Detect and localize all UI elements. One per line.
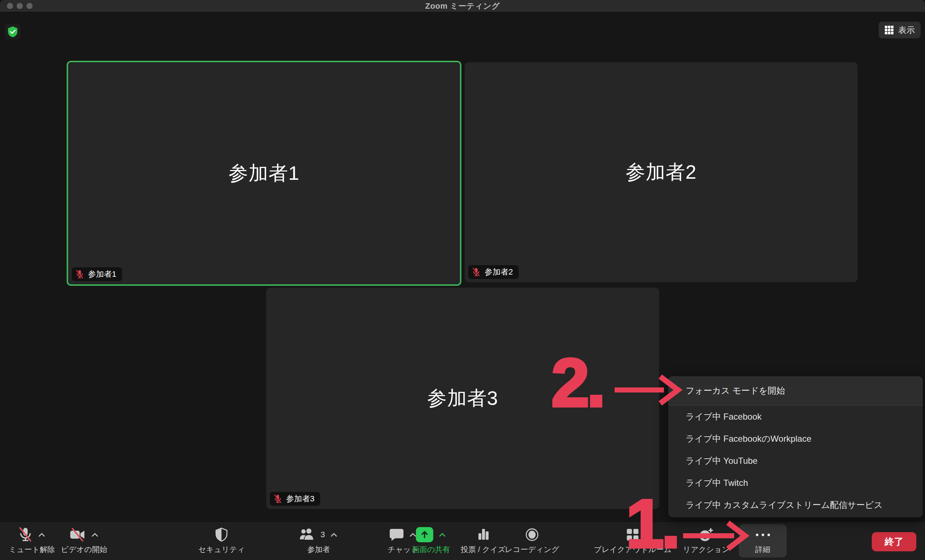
view-button[interactable]: 表示	[879, 22, 920, 38]
gallery-grid-icon	[884, 26, 894, 35]
security-label: セキュリティ	[199, 545, 245, 555]
security-shield-icon	[215, 527, 228, 542]
video-options-chevron-icon[interactable]	[91, 532, 99, 537]
menu-item-live-youtube[interactable]: ライブ中 YouTube	[668, 450, 923, 472]
security-shield-icon	[7, 26, 18, 38]
chat-bubble-icon	[389, 528, 404, 542]
menu-item-start-focus-mode[interactable]: フォーカス モードを開始	[668, 376, 923, 405]
mic-options-chevron-icon[interactable]	[38, 532, 46, 537]
more-label: 詳細	[755, 545, 770, 555]
camera-off-icon	[69, 527, 86, 542]
annotation-step-1: 1.	[626, 489, 677, 558]
participant-name-pill: 参加者1	[72, 267, 122, 281]
view-button-label: 表示	[898, 25, 915, 36]
share-chevron-icon[interactable]	[438, 532, 446, 537]
unmute-button[interactable]: ミュート解除	[9, 524, 55, 557]
annotation-step-2: 2.	[551, 348, 603, 417]
muted-mic-icon	[472, 267, 481, 277]
participants-label: 参加者	[307, 545, 330, 555]
ellipsis-icon	[756, 526, 770, 543]
more-options-menu: フォーカス モードを開始 ライブ中 Facebook ライブ中 Facebook…	[668, 376, 923, 517]
annotation-arrow-2	[612, 374, 683, 407]
start-video-button[interactable]: ビデオの開始	[61, 524, 107, 557]
recording-button[interactable]: レコーディング	[505, 524, 559, 557]
participants-chevron-icon[interactable]	[330, 532, 338, 537]
menu-item-live-workplace[interactable]: ライブ中 FacebookのWorkplace	[668, 428, 923, 450]
participant-name-center: 参加者3	[427, 385, 498, 412]
polls-button[interactable]: 投票 / クイズ	[461, 524, 506, 557]
meeting-info-shield-button[interactable]	[5, 24, 21, 40]
muted-mic-icon	[75, 270, 84, 279]
participant-name-pill: 参加者3	[270, 492, 320, 506]
polls-label: 投票 / クイズ	[461, 545, 506, 555]
polls-bar-chart-icon	[477, 527, 490, 542]
record-circle-icon	[525, 527, 539, 542]
participant-name-label: 参加者1	[88, 269, 116, 280]
annotation-arrow-1	[681, 519, 750, 552]
share-screen-button[interactable]: 画面の共有	[412, 524, 450, 557]
end-meeting-button[interactable]: 終了	[872, 532, 916, 551]
window-titlebar: Zoom ミーティング	[0, 0, 925, 12]
video-tile-participant1[interactable]: 参加者1 参加者1	[67, 61, 461, 286]
muted-mic-icon	[273, 494, 282, 504]
share-screen-label: 画面の共有	[412, 545, 450, 555]
menu-item-live-twitch[interactable]: ライブ中 Twitch	[668, 472, 923, 494]
participant-name-center: 参加者1	[229, 160, 300, 187]
start-video-label: ビデオの開始	[61, 545, 107, 555]
participants-button[interactable]: 3 参加者	[300, 524, 338, 557]
participants-count: 3	[321, 530, 325, 539]
menu-item-live-facebook[interactable]: ライブ中 Facebook	[668, 405, 923, 428]
participant-name-pill: 参加者2	[468, 265, 519, 279]
video-tile-participant2[interactable]: 参加者2 参加者2	[465, 62, 858, 282]
participants-icon	[300, 527, 315, 542]
menu-item-live-custom[interactable]: ライブ中 カスタムライブストリーム配信サービス	[668, 494, 923, 516]
participant-name-center: 参加者2	[625, 159, 696, 186]
share-screen-icon	[416, 527, 433, 542]
participant-name-label: 参加者3	[286, 494, 314, 504]
security-button[interactable]: セキュリティ	[199, 524, 245, 557]
recording-label: レコーディング	[505, 545, 559, 555]
participant-name-label: 参加者2	[485, 267, 513, 278]
mic-muted-icon	[18, 527, 33, 543]
meeting-toolbar: ミュート解除 ビデオの開始 セキ	[0, 521, 925, 560]
window-title: Zoom ミーティング	[0, 0, 925, 12]
unmute-label: ミュート解除	[9, 545, 55, 555]
